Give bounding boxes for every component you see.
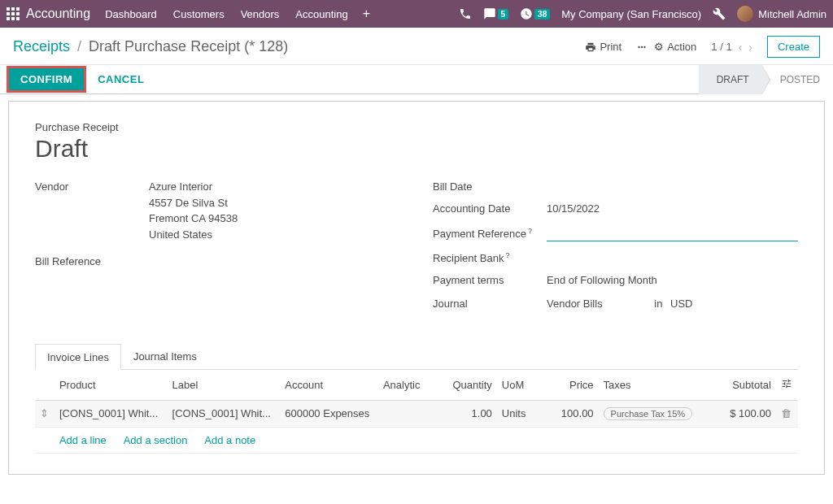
col-product[interactable]: Product bbox=[55, 370, 168, 401]
nav-vendors[interactable]: Vendors bbox=[241, 8, 280, 20]
options-icon[interactable] bbox=[781, 378, 792, 389]
col-price[interactable]: Price bbox=[539, 370, 599, 401]
cell-price[interactable]: 100.00 bbox=[539, 400, 599, 427]
document-title: Draft bbox=[35, 135, 798, 163]
apps-icon[interactable] bbox=[7, 7, 20, 20]
payment-ref-label: Payment Reference? bbox=[433, 225, 547, 240]
breadcrumb-root[interactable]: Receipts bbox=[13, 38, 70, 54]
cell-quantity[interactable]: 1.00 bbox=[446, 400, 497, 427]
svg-rect-6 bbox=[7, 17, 10, 20]
col-uom[interactable]: UoM bbox=[497, 370, 539, 401]
add-note-link[interactable]: Add a note bbox=[204, 434, 255, 446]
svg-rect-4 bbox=[11, 12, 15, 15]
payment-terms-value[interactable]: End of Following Month bbox=[547, 272, 798, 289]
nav-add-icon[interactable]: + bbox=[363, 7, 370, 21]
nav-customers[interactable]: Customers bbox=[173, 8, 225, 20]
cancel-button[interactable]: CANCEL bbox=[98, 73, 144, 85]
trash-icon[interactable]: 🗑 bbox=[776, 400, 798, 427]
svg-rect-7 bbox=[11, 17, 15, 20]
col-label[interactable]: Label bbox=[168, 370, 281, 401]
pager-prev[interactable]: ‹ bbox=[739, 41, 743, 54]
cell-uom[interactable]: Units bbox=[497, 400, 539, 427]
status-bar: DRAFT POSTED bbox=[699, 65, 833, 93]
confirm-button[interactable]: CONFIRM bbox=[9, 68, 84, 90]
nav-accounting[interactable]: Accounting bbox=[295, 8, 347, 20]
svg-rect-2 bbox=[16, 7, 20, 11]
journal-value[interactable]: Vendor Bills in USD bbox=[547, 296, 798, 312]
cell-subtotal: $ 100.00 bbox=[709, 400, 776, 427]
col-analytic[interactable]: Analytic bbox=[378, 370, 446, 401]
col-account[interactable]: Account bbox=[280, 370, 378, 401]
bill-ref-label: Bill Reference bbox=[35, 254, 149, 267]
breadcrumb-current: Draft Purchase Receipt (* 128) bbox=[89, 38, 288, 54]
col-taxes[interactable]: Taxes bbox=[599, 370, 709, 401]
accounting-date-label: Accounting Date bbox=[433, 201, 547, 215]
pager-next[interactable]: › bbox=[748, 41, 752, 54]
svg-rect-8 bbox=[16, 17, 20, 20]
breadcrumb: Receipts / Draft Purchase Receipt (* 128… bbox=[13, 38, 288, 55]
tab-invoice-lines[interactable]: Invoice Lines bbox=[35, 344, 121, 370]
app-name[interactable]: Accounting bbox=[26, 7, 90, 21]
col-subtotal[interactable]: Subtotal bbox=[709, 370, 776, 401]
journal-label: Journal bbox=[433, 296, 547, 310]
pager-count[interactable]: 1 / 1 bbox=[711, 41, 731, 53]
status-posted[interactable]: POSTED bbox=[762, 65, 833, 94]
company-selector[interactable]: My Company (San Francisco) bbox=[561, 8, 701, 20]
svg-rect-1 bbox=[11, 7, 15, 11]
phone-icon[interactable] bbox=[459, 7, 472, 20]
avatar bbox=[737, 6, 753, 22]
add-line-link[interactable]: Add a line bbox=[59, 434, 107, 446]
tab-journal-items[interactable]: Journal Items bbox=[121, 343, 209, 369]
drag-handle-icon[interactable]: ⇕ bbox=[35, 400, 55, 427]
bill-date-label: Bill Date bbox=[433, 179, 547, 193]
user-name: Mitchell Admin bbox=[758, 8, 826, 20]
payment-ref-input[interactable] bbox=[547, 225, 798, 241]
accounting-date-value[interactable]: 10/15/2022 bbox=[547, 201, 798, 217]
svg-rect-5 bbox=[16, 12, 20, 15]
discuss-icon[interactable]: 5 bbox=[483, 7, 509, 20]
cell-analytic[interactable] bbox=[378, 400, 446, 427]
col-quantity[interactable]: Quantity bbox=[446, 370, 497, 401]
vendor-label: Vendor bbox=[35, 179, 149, 193]
pager: 1 / 1 ‹ › bbox=[711, 41, 752, 54]
add-section-link[interactable]: Add a section bbox=[124, 434, 188, 446]
cell-taxes[interactable]: Purchase Tax 15% bbox=[599, 400, 709, 427]
vendor-value[interactable]: Azure Interior 4557 De Silva St Fremont … bbox=[149, 179, 400, 242]
user-menu[interactable]: Mitchell Admin bbox=[737, 6, 826, 22]
status-draft[interactable]: DRAFT bbox=[699, 65, 762, 94]
cell-label[interactable]: [CONS_0001] Whit... bbox=[168, 400, 281, 427]
activities-icon[interactable]: 38 bbox=[520, 7, 550, 20]
cell-account[interactable]: 600000 Expenses bbox=[280, 400, 378, 427]
debug-icon[interactable] bbox=[713, 7, 726, 20]
svg-rect-0 bbox=[7, 7, 10, 11]
create-button[interactable]: Create bbox=[767, 36, 820, 58]
svg-rect-3 bbox=[7, 12, 10, 15]
print-button[interactable]: Print bbox=[585, 41, 621, 53]
nav-dashboard[interactable]: Dashboard bbox=[105, 8, 157, 20]
table-row[interactable]: ⇕ [CONS_0001] Whit... [CONS_0001] Whit..… bbox=[35, 400, 798, 427]
cell-product[interactable]: [CONS_0001] Whit... bbox=[55, 400, 168, 427]
action-button[interactable]: ⚙ Action bbox=[636, 41, 696, 53]
messages-badge: 5 bbox=[498, 9, 509, 20]
document-type: Purchase Receipt bbox=[35, 121, 798, 133]
recipient-bank-label: Recipient Bank? bbox=[433, 250, 547, 264]
payment-terms-label: Payment terms bbox=[433, 272, 547, 286]
activities-badge: 38 bbox=[534, 9, 550, 20]
